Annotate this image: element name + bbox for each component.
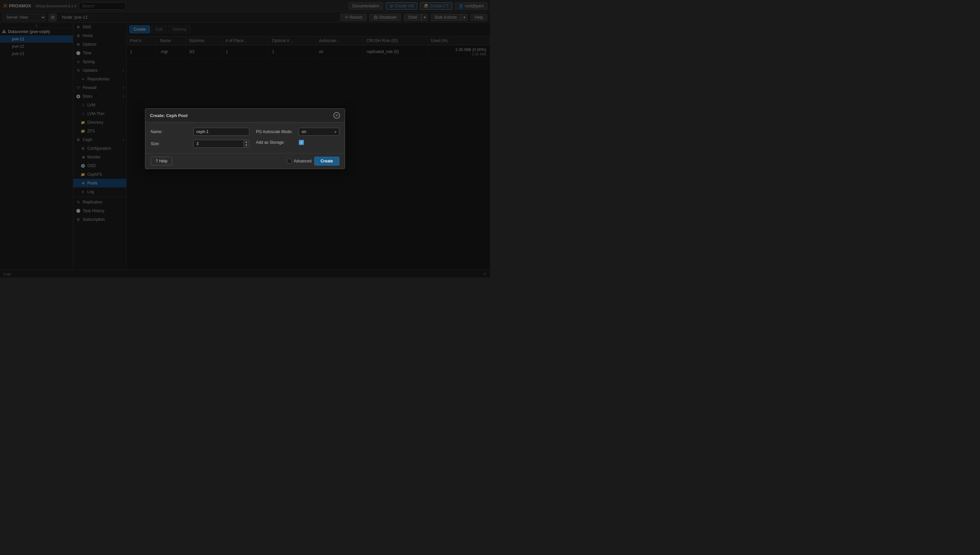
modal-form: Name: Size: ▲ ▼ bbox=[151, 128, 339, 148]
size-field-row: Size: ▲ ▼ bbox=[151, 140, 249, 148]
size-input-wrap: ▲ ▼ bbox=[193, 140, 249, 148]
size-increment-button[interactable]: ▲ bbox=[244, 140, 249, 144]
advanced-label: Advanced bbox=[294, 159, 311, 164]
help-icon: ? bbox=[156, 159, 158, 164]
add-storage-checkbox[interactable]: ✓ bbox=[299, 140, 304, 145]
modal-footer: ? Help Advanced Create bbox=[145, 153, 345, 169]
pg-autoscale-arrow-icon: ▾ bbox=[335, 130, 336, 134]
size-input[interactable] bbox=[193, 140, 243, 148]
size-spinner: ▲ ▼ bbox=[243, 140, 249, 147]
modal-body: Name: Size: ▲ ▼ bbox=[145, 122, 345, 153]
modal-title: Create: Ceph Pool bbox=[150, 113, 188, 118]
pg-autoscale-field-row: PG Autoscale Mode: on ▾ bbox=[256, 128, 339, 136]
pg-autoscale-value: on bbox=[302, 130, 306, 134]
modal-header: Create: Ceph Pool ✕ bbox=[145, 109, 345, 122]
size-label: Size: bbox=[151, 141, 191, 146]
name-label: Name: bbox=[151, 130, 191, 134]
add-storage-label: Add as Storage: bbox=[256, 140, 296, 145]
advanced-checkbox[interactable] bbox=[287, 159, 292, 164]
add-storage-field-row: Add as Storage: ✓ bbox=[256, 140, 339, 145]
modal-overlay: Create: Ceph Pool ✕ Name: Size: bbox=[0, 0, 490, 278]
create-ceph-pool-modal: Create: Ceph Pool ✕ Name: Size: bbox=[145, 108, 345, 169]
name-field-row: Name: bbox=[151, 128, 249, 136]
footer-right: Advanced Create bbox=[287, 157, 339, 165]
modal-close-button[interactable]: ✕ bbox=[333, 112, 340, 119]
name-input[interactable] bbox=[193, 128, 249, 136]
size-decrement-button[interactable]: ▼ bbox=[244, 144, 249, 147]
advanced-row: Advanced bbox=[287, 159, 311, 164]
pg-autoscale-select[interactable]: on ▾ bbox=[299, 128, 339, 136]
modal-create-button[interactable]: Create bbox=[314, 157, 339, 165]
pg-autoscale-label: PG Autoscale Mode: bbox=[256, 130, 296, 134]
modal-help-button[interactable]: ? Help bbox=[151, 157, 172, 165]
